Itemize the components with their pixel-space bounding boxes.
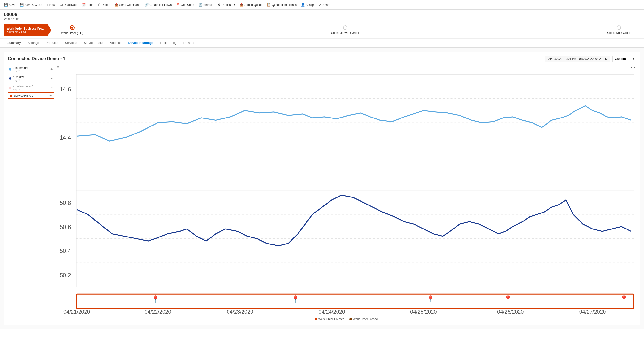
- legend-humidity[interactable]: humidity avg ▼ 👁: [8, 74, 54, 83]
- stage-node-3[interactable]: Close Work Order: [607, 26, 630, 35]
- svg-text:04/23/2020: 04/23/2020: [227, 309, 254, 315]
- created-dot: [315, 318, 317, 320]
- legend-temperature[interactable]: temperature avg ▼ 👁: [8, 65, 54, 74]
- refresh-icon: 🔄: [198, 3, 202, 6]
- tab-settings[interactable]: Settings: [24, 38, 42, 48]
- assign-icon: 👤: [301, 3, 305, 6]
- legend-service-history[interactable]: Service History 👁: [8, 92, 54, 99]
- stage-node-1[interactable]: Work Order (6 D): [61, 25, 83, 35]
- process-button[interactable]: ⚙ Process ▼: [216, 2, 237, 8]
- chart-area: ≡ ⋯ 14.6 14.4: [56, 65, 636, 321]
- chart-body: temperature avg ▼ 👁 humidity: [8, 65, 636, 321]
- delete-button[interactable]: 🗑 Delete: [96, 2, 112, 8]
- svg-text:📍: 📍: [620, 295, 628, 303]
- time-select[interactable]: Custom Last Hour Last Day Last Week: [612, 56, 636, 62]
- svg-text:50.8: 50.8: [60, 200, 71, 206]
- humidity-chevron-icon: ▼: [18, 79, 20, 82]
- temperature-eye-icon[interactable]: 👁: [50, 68, 53, 71]
- progress-track: Work Order (6 D) Schedule Work Order Clo…: [51, 25, 640, 35]
- service-history-eye-icon[interactable]: 👁: [49, 94, 52, 98]
- stage-label-3: Close Work Order: [607, 31, 630, 35]
- book-icon: 📅: [82, 3, 86, 6]
- legend-entry-closed: Work Order Closed: [350, 318, 378, 321]
- more-icon: ⋯: [334, 3, 338, 6]
- book-button[interactable]: 📅 Book: [80, 2, 95, 8]
- tab-related[interactable]: Related: [180, 38, 198, 48]
- chart-bottom-legend: Work Order Created Work Order Closed: [56, 318, 636, 321]
- tab-device-readings[interactable]: Device Readings: [125, 38, 157, 48]
- svg-text:📍: 📍: [291, 295, 300, 303]
- stage-badge-sublabel: Active for 6 days: [7, 30, 44, 33]
- assign-button[interactable]: 👤 Assign: [299, 2, 316, 8]
- add-queue-icon: 📥: [240, 3, 244, 6]
- svg-text:14.6: 14.6: [60, 86, 71, 92]
- service-history-label: Service History: [14, 94, 34, 98]
- chart-more-button[interactable]: ⋯: [630, 65, 636, 70]
- stage-badge-label: Work Order Business Pro...: [7, 27, 44, 30]
- svg-text:04/25/2020: 04/25/2020: [410, 309, 437, 315]
- add-to-queue-button[interactable]: 📥 Add to Queue: [238, 2, 264, 8]
- send-command-button[interactable]: 📤 Send Command: [112, 2, 142, 8]
- tab-service-tasks[interactable]: Service Tasks: [80, 38, 106, 48]
- closed-dot: [350, 318, 352, 320]
- layers-icon-button[interactable]: ≡: [57, 65, 59, 70]
- accelerometerz-sublabel: avg ▼: [13, 88, 33, 91]
- legend-accelerometerz[interactable]: accelerometerZ avg ▼ 👁: [8, 83, 54, 92]
- geo-code-button[interactable]: 📍 Geo Code: [174, 2, 196, 8]
- active-stage-badge[interactable]: Work Order Business Pro... Active for 6 …: [4, 24, 48, 36]
- humidity-sublabel: avg ▼: [13, 79, 24, 82]
- save-button[interactable]: 💾 Save: [2, 2, 17, 8]
- save-close-icon: 💾: [20, 3, 24, 6]
- svg-text:50.4: 50.4: [60, 248, 71, 254]
- svg-text:04/27/2020: 04/27/2020: [579, 309, 606, 315]
- chart-title: Connected Device Demo - 1: [8, 56, 66, 61]
- accelerometerz-eye-icon[interactable]: 👁: [50, 86, 53, 90]
- queue-item-details-button[interactable]: 📋 Queue Item Details: [265, 2, 298, 8]
- svg-text:50.2: 50.2: [60, 272, 71, 278]
- svg-text:📍: 📍: [504, 295, 512, 303]
- chart-header: Connected Device Demo - 1 04/20/2020, 10…: [8, 56, 636, 62]
- tab-address[interactable]: Address: [106, 38, 125, 48]
- send-command-icon: 📤: [114, 3, 118, 6]
- svg-text:14.4: 14.4: [60, 134, 71, 141]
- tab-summary[interactable]: Summary: [4, 38, 24, 48]
- share-button[interactable]: ↗ Share: [317, 2, 332, 8]
- temperature-label: temperature: [13, 66, 28, 70]
- temperature-dot: [9, 68, 12, 70]
- tab-products[interactable]: Products: [42, 38, 62, 48]
- stage-node-2[interactable]: Schedule Work Order: [331, 26, 359, 35]
- accelerometerz-label: accelerometerZ: [13, 84, 33, 88]
- date-range-display: 04/20/2020, 10:21 PM - 04/27/2020, 04:21…: [545, 56, 610, 62]
- stage-bar: Work Order Business Pro... Active for 6 …: [0, 22, 644, 38]
- iot-flows-icon: 🔗: [145, 3, 148, 6]
- accelerometerz-dot: [9, 86, 12, 89]
- humidity-label: humidity: [13, 75, 24, 79]
- geo-code-icon: 📍: [176, 3, 180, 6]
- delete-icon: 🗑: [98, 3, 101, 6]
- new-button[interactable]: + New: [44, 2, 57, 8]
- queue-details-icon: 📋: [267, 3, 271, 6]
- tab-services[interactable]: Services: [62, 38, 80, 48]
- svg-text:04/24/2020: 04/24/2020: [318, 309, 345, 315]
- deactivate-button[interactable]: 🗂 Deactivate: [58, 2, 80, 8]
- process-chevron-icon: ▼: [233, 4, 235, 6]
- svg-text:04/21/2020: 04/21/2020: [64, 309, 90, 315]
- humidity-line: [77, 195, 631, 246]
- service-history-dot: [10, 94, 12, 97]
- humidity-eye-icon[interactable]: 👁: [50, 77, 53, 80]
- svg-rect-16: [77, 294, 634, 309]
- svg-text:📍: 📍: [426, 295, 435, 303]
- stage-circle-3: [616, 26, 621, 30]
- nav-tabs: Summary Settings Products Services Servi…: [0, 38, 644, 48]
- chart-inner: ≡ ⋯ 14.6 14.4: [56, 65, 636, 316]
- save-close-button[interactable]: 💾 Save & Close: [18, 2, 44, 8]
- create-iot-flows-button[interactable]: 🔗 Create IoT Flows: [143, 2, 174, 8]
- humidity-dot: [9, 77, 12, 80]
- refresh-button[interactable]: 🔄 Refresh: [196, 2, 216, 8]
- tab-record-log[interactable]: Record Log: [157, 38, 180, 48]
- main-chart-svg: 14.6 14.4 50.8 50.6 50.4: [56, 65, 636, 316]
- toolbar: 💾 Save 💾 Save & Close + New 🗂 Deactivate…: [0, 0, 644, 10]
- more-button[interactable]: ⋯: [333, 2, 340, 8]
- created-label: Work Order Created: [318, 318, 344, 321]
- chart-panel: Connected Device Demo - 1 04/20/2020, 10…: [4, 52, 640, 325]
